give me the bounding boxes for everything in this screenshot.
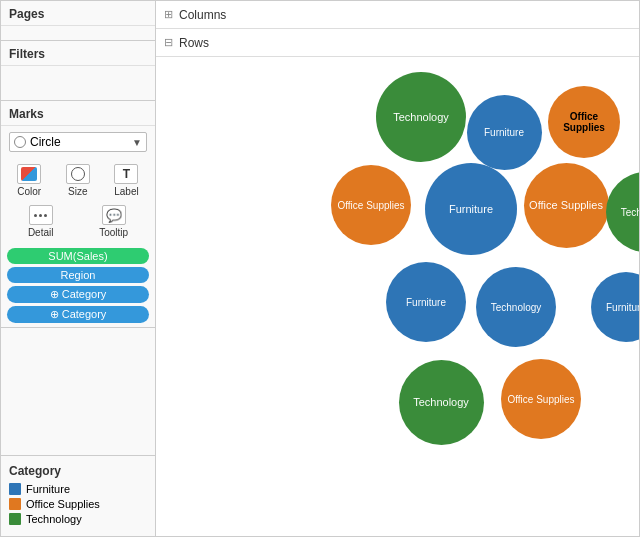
bubble-6[interactable]: Office Supplies xyxy=(524,163,609,248)
chart-area: TechnologyFurnitureOffice SuppliesOffice… xyxy=(156,57,639,536)
left-panel: Pages Filters Marks Circle ▼ Color Size xyxy=(1,1,156,536)
bubble-1[interactable]: Technology xyxy=(376,72,466,162)
label-T-icon: T xyxy=(123,167,130,181)
size-icon xyxy=(71,167,85,181)
mark-type-label: Circle xyxy=(30,135,128,149)
marks-controls-row2: Detail 💬 Tooltip xyxy=(1,203,155,244)
marks-title: Marks xyxy=(1,101,155,126)
pages-title: Pages xyxy=(1,1,155,26)
color-control[interactable]: Color xyxy=(17,164,41,197)
rows-row: ⊟ Rows xyxy=(156,29,639,57)
legend-label-office: Office Supplies xyxy=(26,498,100,510)
bubble-9[interactable]: Technology xyxy=(476,267,556,347)
tooltip-label: Tooltip xyxy=(99,227,128,238)
pages-section: Pages xyxy=(1,1,155,41)
bubble-8[interactable]: Furniture xyxy=(386,262,466,342)
filters-title: Filters xyxy=(1,41,155,66)
bubble-10[interactable]: Furniture xyxy=(591,272,639,342)
bubble-2[interactable]: Furniture xyxy=(467,95,542,170)
category-pill-1[interactable]: ⊕ Category xyxy=(7,286,149,303)
legend-label-technology: Technology xyxy=(26,513,82,525)
bubble-11[interactable]: Technology xyxy=(399,360,484,445)
legend-item-technology: Technology xyxy=(9,513,147,525)
pills-section: SUM(Sales) Region ⊕ Category ⊕ Category xyxy=(1,244,155,327)
marks-section: Marks Circle ▼ Color Size T xyxy=(1,101,155,328)
category-pill-2[interactable]: ⊕ Category xyxy=(7,306,149,323)
tooltip-icon: 💬 xyxy=(106,208,122,223)
columns-grid-icon: ⊞ xyxy=(164,8,173,21)
sum-sales-pill[interactable]: SUM(Sales) xyxy=(7,248,149,264)
legend-title: Category xyxy=(9,464,147,478)
dropdown-arrow-icon: ▼ xyxy=(132,137,142,148)
legend-color-technology xyxy=(9,513,21,525)
legend-label-furniture: Furniture xyxy=(26,483,70,495)
label-icon-box: T xyxy=(114,164,138,184)
bubble-5[interactable]: Furniture xyxy=(425,163,517,255)
legend-item-furniture: Furniture xyxy=(9,483,147,495)
tooltip-control[interactable]: 💬 Tooltip xyxy=(99,205,128,238)
size-control[interactable]: Size xyxy=(66,164,90,197)
rows-grid-icon: ⊟ xyxy=(164,36,173,49)
detail-icon-box xyxy=(29,205,53,225)
color-label: Color xyxy=(17,186,41,197)
category-legend: Category Furniture Office Supplies Techn… xyxy=(1,455,155,536)
size-icon-box xyxy=(66,164,90,184)
bubble-4[interactable]: Office Supplies xyxy=(331,165,411,245)
bubble-7[interactable]: Technology xyxy=(606,172,639,252)
legend-color-furniture xyxy=(9,483,21,495)
mark-type-dropdown[interactable]: Circle ▼ xyxy=(9,132,147,152)
legend-color-office xyxy=(9,498,21,510)
label-label: Label xyxy=(114,186,138,197)
legend-item-office: Office Supplies xyxy=(9,498,147,510)
right-panel: ⊞ Columns ⊟ Rows TechnologyFurnitureOffi… xyxy=(156,1,639,536)
bubble-3[interactable]: Office Supplies xyxy=(548,86,620,158)
columns-row: ⊞ Columns xyxy=(156,1,639,29)
detail-label: Detail xyxy=(28,227,54,238)
color-icon xyxy=(21,167,37,181)
color-icon-box xyxy=(17,164,41,184)
detail-icon xyxy=(34,214,47,217)
detail-control[interactable]: Detail xyxy=(28,205,54,238)
bubble-12[interactable]: Office Supplies xyxy=(501,359,581,439)
tooltip-icon-box: 💬 xyxy=(102,205,126,225)
columns-label: Columns xyxy=(179,8,226,22)
rows-label: Rows xyxy=(179,36,209,50)
region-pill[interactable]: Region xyxy=(7,267,149,283)
label-control[interactable]: T Label xyxy=(114,164,138,197)
circle-icon xyxy=(14,136,26,148)
filters-section: Filters xyxy=(1,41,155,101)
size-label: Size xyxy=(68,186,87,197)
marks-controls-row1: Color Size T Label xyxy=(1,158,155,203)
